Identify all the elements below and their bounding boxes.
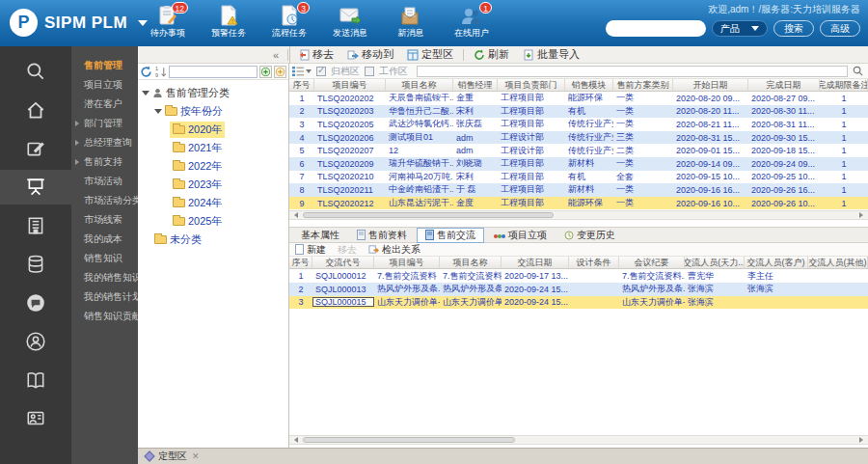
cell-project-code[interactable]: TLSQ2020205	[314, 120, 386, 129]
scroll-right-icon[interactable]	[856, 436, 866, 444]
column-header[interactable]: 交流人员(其他)	[808, 257, 868, 268]
batch-import-button[interactable]: 批量导入	[516, 46, 586, 64]
sidebar-item[interactable]: 市场线索	[71, 210, 138, 230]
column-header[interactable]: 售前方案类别	[613, 79, 673, 91]
tree-root-node[interactable]: 售前管理分类	[138, 84, 288, 102]
cell-project-code[interactable]: TLSQ2020211	[314, 185, 386, 195]
sidebar-item[interactable]: 潜在客户	[71, 95, 138, 114]
column-header[interactable]: 交流人员(客户)	[745, 257, 808, 268]
cell-project-name[interactable]: 中金岭南铅渣干...	[386, 183, 453, 196]
cell-project-code[interactable]: 热风炉外形及条...	[374, 283, 440, 295]
tree-unclassified-node[interactable]: 未分类	[138, 231, 288, 249]
sidebar-item[interactable]: 总经理查询	[71, 133, 138, 152]
collapse-tree-button[interactable]	[138, 49, 285, 61]
project-row[interactable]: 4 TLSQ2020206 测试项目01 adm 工程设计部 传统行业产业升级 …	[289, 131, 868, 145]
work-area-checkbox[interactable]	[365, 67, 374, 76]
close-icon[interactable]: ✕	[192, 451, 200, 461]
search-module-icon[interactable]	[0, 54, 71, 89]
tab-basic-properties[interactable]: 基本属性	[293, 228, 347, 243]
tree-year-node[interactable]: 2022年	[138, 157, 288, 176]
sidebar-item[interactable]: 我的销售计划	[71, 287, 138, 307]
cell-project-name[interactable]: 华鲁恒升己二酸...	[386, 105, 453, 118]
tree-year-node[interactable]: 2020年	[138, 121, 288, 139]
scroll-left-icon[interactable]	[291, 211, 301, 219]
fixed-area-button[interactable]: 定型区	[400, 46, 460, 64]
cell-comm-code[interactable]: SQJL000012	[312, 271, 374, 281]
cell-project-code[interactable]: 7.售前交流资料	[374, 270, 440, 283]
column-header[interactable]: 销售经理	[453, 79, 498, 91]
presales-module-icon[interactable]	[0, 170, 71, 205]
cell-project-name[interactable]: 河南神马20万吨...	[386, 171, 453, 183]
refresh-button[interactable]: 刷新	[467, 46, 516, 64]
search-category-select[interactable]: 产品	[712, 20, 768, 37]
home-icon[interactable]	[0, 93, 71, 127]
database-icon[interactable]	[0, 247, 71, 282]
collapse-all-button[interactable]	[274, 66, 286, 78]
list-search-input[interactable]	[417, 66, 848, 77]
cell-project-code[interactable]: 山东天力调价单-...	[374, 296, 440, 309]
column-header[interactable]: 完成期限备注	[820, 79, 868, 91]
online-users-button[interactable]: 1 在线用户	[447, 5, 497, 40]
sidebar-item[interactable]: 销售知识	[71, 249, 138, 268]
project-row[interactable]: 3 TLSQ2020205 武达沙特氯化钙... 张庆磊 工程项目部 传统行业产…	[289, 118, 868, 131]
chat-icon[interactable]	[0, 286, 71, 320]
column-header[interactable]: 开始日期	[673, 79, 748, 91]
cell-project-code[interactable]: TLSQ2020212	[314, 199, 386, 208]
caret-expanded-icon[interactable]	[142, 91, 149, 96]
cell-project-name[interactable]: 天辰鲁南硫铵干...	[386, 92, 453, 104]
fixed-area-tab-label[interactable]: 定型区	[158, 450, 187, 463]
app-logo[interactable]: P SIPM PLM	[10, 9, 148, 37]
new-message-button[interactable]: 新消息	[386, 5, 436, 40]
checkout-relation-button[interactable]: 检出关系	[368, 243, 420, 257]
cell-project-name[interactable]: 武达沙特氯化钙...	[386, 118, 453, 130]
cell-project-code[interactable]: TLSQ2020207	[314, 146, 386, 155]
search-icon[interactable]	[853, 66, 863, 76]
sidebar-item[interactable]: 市场活动分类	[71, 191, 138, 210]
detail-remove-button[interactable]: 移去	[338, 243, 357, 257]
main-table-hscrollbar[interactable]	[289, 210, 868, 220]
column-header[interactable]: 完成日期	[748, 79, 820, 91]
cell-project-name[interactable]: 12	[386, 146, 453, 155]
cell-project-name[interactable]: 山东昆达污泥干...	[386, 197, 453, 209]
sidebar-item[interactable]: 项目立项	[71, 75, 138, 95]
sidebar-item[interactable]: 我的成本	[71, 230, 138, 249]
communication-row[interactable]: 1 SQJL000012 7.售前交流资料 7.售前交流资料 2020-09-1…	[289, 269, 868, 283]
tree-year-node[interactable]: 2025年	[138, 212, 288, 231]
project-row[interactable]: 2 TLSQ2020203 华鲁恒升己二酸... 宋利 工程项目部 有机 一类 …	[289, 105, 868, 119]
sidebar-item[interactable]: 销售知识贡献	[71, 307, 138, 326]
cell-project-code[interactable]: TLSQ2020210	[314, 172, 386, 181]
column-header[interactable]: 销售模块	[565, 79, 613, 91]
support-icon[interactable]	[0, 324, 71, 359]
cell-project-code[interactable]: TLSQ2020206	[314, 133, 386, 143]
tab-presales-material[interactable]: 售前资料	[349, 228, 415, 243]
book-icon[interactable]	[0, 363, 71, 397]
column-header[interactable]: 序号	[289, 79, 314, 91]
caret-expanded-icon[interactable]	[154, 109, 162, 114]
cell-project-name[interactable]: 山东天力调价单-...	[440, 296, 502, 309]
tab-change-history[interactable]: 变更历史	[556, 228, 623, 243]
alert-tasks-button[interactable]: ! 预警任务	[203, 5, 254, 40]
column-header[interactable]: 序号	[289, 257, 312, 268]
process-tasks-button[interactable]: 3 流程任务	[264, 5, 314, 40]
project-row[interactable]: 9 TLSQ2020212 山东昆达污泥干... 金度 工程项目部 能源环保 一…	[289, 197, 868, 210]
cell-project-code[interactable]: TLSQ2020202	[314, 94, 386, 103]
scrollbar-thumb[interactable]	[303, 212, 554, 218]
column-header[interactable]: 交流日期	[502, 257, 569, 268]
send-message-button[interactable]: 发送消息	[325, 5, 375, 40]
tab-presales-communication[interactable]: 售前交流	[417, 228, 484, 243]
scroll-left-icon[interactable]	[291, 436, 301, 444]
todo-items-button[interactable]: 12 待办事项	[143, 5, 193, 40]
project-row[interactable]: 1 TLSQ2020202 天辰鲁南硫铵干... 金重 工程项目部 能源环保 一…	[289, 92, 868, 105]
column-header[interactable]: 项目编号	[314, 79, 386, 91]
archive-area-checkbox[interactable]	[316, 67, 326, 76]
tree-year-node[interactable]: 2024年	[138, 194, 288, 212]
project-row[interactable]: 8 TLSQ2020211 中金岭南铅渣干... 于 磊 工程项目部 新材料 一…	[289, 183, 868, 197]
column-header[interactable]: 设计条件	[569, 257, 619, 268]
column-header[interactable]: 项目名称	[440, 257, 502, 268]
cell-comm-code[interactable]: SQJL000013	[312, 285, 374, 294]
cell-project-code[interactable]: TLSQ2020203	[314, 106, 386, 116]
organization-icon[interactable]	[0, 208, 71, 243]
training-icon[interactable]	[0, 401, 71, 436]
tree-group-node[interactable]: 按年份分	[138, 102, 288, 121]
move-to-button[interactable]: 移动到	[340, 46, 400, 64]
